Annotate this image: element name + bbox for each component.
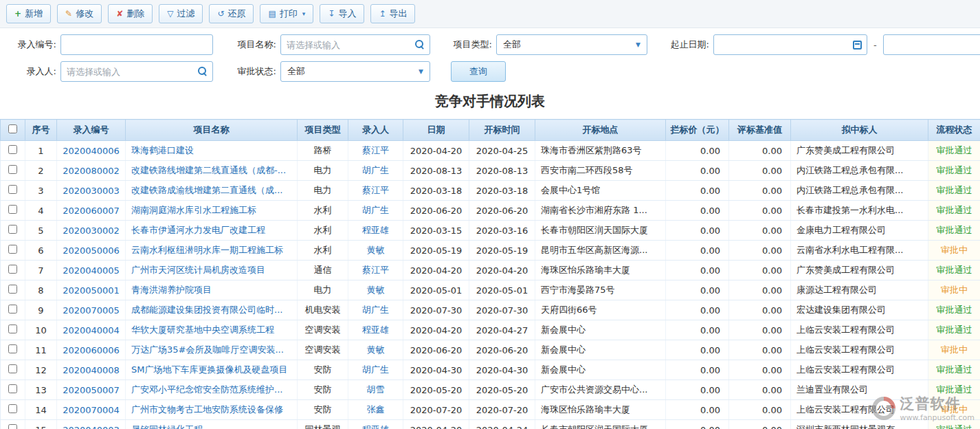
entry-date-cell: 2020-07-20 [403, 400, 469, 420]
row-checkbox[interactable] [8, 265, 17, 274]
entry-person-link-cell[interactable]: 程亚雄 [348, 320, 403, 340]
project-name-link[interactable]: 万达广场35#会所及咖啡厅空调安装... [131, 344, 284, 355]
entry-no-link[interactable]: 2020050001 [63, 285, 120, 296]
entry-no-input[interactable] [61, 35, 212, 54]
entry-no-link[interactable]: 2020060006 [63, 345, 120, 355]
toolbar-button-add[interactable]: +新增 [6, 4, 51, 23]
query-button[interactable]: 查询 [451, 61, 506, 82]
row-checkbox[interactable] [8, 185, 17, 194]
entry-person-input[interactable] [61, 62, 193, 81]
project-name-link[interactable]: 湖南洞庭湖水库引水工程施工标 [131, 205, 256, 215]
row-checkbox[interactable] [8, 384, 17, 393]
table-row: 132020050007广安邓小平纪念馆安全防范系统维护...安防胡雪2020-… [1, 380, 980, 400]
row-checkbox[interactable] [8, 424, 17, 429]
entry-no-link[interactable]: 2020040004 [63, 325, 120, 336]
date-to-input[interactable] [884, 35, 980, 54]
row-checkbox[interactable] [8, 364, 17, 373]
toolbar-button-label: 打印 [280, 8, 298, 20]
row-checkbox[interactable] [8, 225, 17, 234]
ceiling-price-cell: 0.00 [666, 221, 729, 241]
row-checkbox[interactable] [8, 324, 17, 333]
project-name-link[interactable]: 成都能源建设集团投资有限公司临时... [131, 305, 282, 315]
toolbar-button-filter[interactable]: ▽过滤 [159, 4, 203, 23]
entry-person-link-cell[interactable]: 胡广生 [348, 201, 403, 221]
entry-person-link-cell[interactable]: 黄敏 [348, 340, 403, 360]
project-name-search-button[interactable] [410, 35, 430, 54]
row-checkbox[interactable] [8, 344, 17, 353]
toolbar-button-import[interactable]: ↧导入 [320, 4, 364, 23]
base-value-cell: 0.00 [729, 320, 791, 340]
entry-person-link-cell[interactable]: 胡雪 [348, 380, 403, 400]
entry-person-link-cell[interactable]: 程亚雄 [348, 420, 403, 429]
approval-status-select[interactable]: 全部 ▼ [280, 61, 430, 82]
table-body: 12020040006珠海鹤港口建设路桥蔡江平2020-04-202020-04… [1, 141, 980, 429]
entry-no-link[interactable]: 2020050006 [63, 245, 120, 256]
entry-person-link-cell[interactable]: 张鑫 [348, 400, 403, 420]
entry-person-link-cell[interactable]: 蔡江平 [348, 261, 403, 280]
entry-no-link[interactable]: 2020060007 [63, 206, 120, 216]
filter-row-2: 录入人: 审批状态: 全部 ▼ 查询 [0, 61, 980, 82]
entry-person-link-cell[interactable]: 黄敏 [348, 241, 403, 261]
project-name-link[interactable]: 云南水利枢纽潜明水库一期工程施工标 [131, 245, 283, 255]
project-type-value: 全部 [503, 38, 521, 51]
entry-no-link[interactable]: 2020030003 [63, 186, 120, 196]
project-name-link[interactable]: 长春市伊通河水力发电厂改建工程 [131, 225, 265, 235]
entry-no-link[interactable]: 2020050007 [63, 385, 120, 395]
project-name-input[interactable] [281, 35, 410, 54]
entry-person-field [60, 61, 213, 82]
row-checkbox[interactable] [8, 165, 17, 174]
entry-no-link[interactable]: 2020040006 [63, 146, 120, 156]
row-checkbox[interactable] [8, 145, 17, 154]
entry-no-link[interactable]: 2020080002 [63, 166, 120, 176]
row-checkbox[interactable] [8, 245, 17, 254]
entry-person-link-cell[interactable]: 胡广生 [348, 360, 403, 380]
project-name-link[interactable]: 改建铁路成渝线增建第二直通线（成... [131, 185, 282, 195]
project-name-link[interactable]: 广安邓小平纪念馆安全防范系统维护... [131, 384, 282, 395]
toolbar-button-edit[interactable]: ✎修改 [57, 4, 102, 23]
table-row: 152020040003晟铭园林绿化工程园林景观程亚雄2020-04-20202… [1, 420, 980, 429]
row-checkbox[interactable] [8, 404, 17, 413]
entry-no-link[interactable]: 2020030002 [63, 226, 120, 236]
bid-open-place-cell: 西宁市海晏路75号 [535, 280, 666, 300]
proposed-winner-cell: 金康电力工程有限公司 [791, 221, 928, 241]
entry-person-link-cell[interactable]: 程亚雄 [348, 221, 403, 241]
date-from-picker-button[interactable] [847, 35, 867, 54]
project-name-link[interactable]: 广州市文物考古工地安防系统设备保修 [131, 404, 283, 415]
date-from-input[interactable] [714, 35, 847, 54]
entry-person-link-cell[interactable]: 蔡江平 [348, 141, 403, 161]
entry-person-link-cell[interactable]: 胡广生 [348, 300, 403, 320]
row-checkbox-cell [1, 161, 25, 181]
entry-no-link[interactable]: 2020040008 [63, 365, 120, 375]
entry-no-link[interactable]: 2020040005 [63, 265, 120, 276]
project-name-link[interactable]: 珠海鹤港口建设 [131, 145, 194, 155]
page-title: 竞争对手情况列表 [0, 92, 980, 111]
toolbar-button-print[interactable]: ▤打印▾ [260, 4, 313, 23]
entry-person-link-cell[interactable]: 胡广生 [348, 161, 403, 181]
project-type-select[interactable]: 全部 ▼ [496, 34, 647, 55]
project-name-link-cell: 广安邓小平纪念馆安全防范系统维护... [126, 380, 298, 400]
entry-person-search-button[interactable] [193, 62, 212, 81]
entry-no-link[interactable]: 2020070004 [63, 405, 120, 415]
row-checkbox[interactable] [8, 305, 17, 314]
row-checkbox-cell [1, 141, 25, 161]
process-status-cell: 审批通过 [928, 181, 980, 201]
process-status-cell: 审批通过 [928, 221, 980, 241]
entry-no-link[interactable]: 2020040003 [63, 425, 120, 429]
row-checkbox[interactable] [8, 285, 17, 294]
project-name-link[interactable]: 华软大厦研究基地中央空调系统工程 [131, 324, 274, 335]
row-checkbox[interactable] [8, 205, 17, 214]
select-all-checkbox[interactable] [8, 124, 17, 133]
entry-person-link-cell[interactable]: 黄敏 [348, 280, 403, 300]
project-name-link[interactable]: 晟铭园林绿化工程 [131, 424, 203, 429]
toolbar-button-restore[interactable]: ↺还原 [209, 4, 254, 23]
toolbar-button-export[interactable]: ↥导出 [370, 4, 415, 23]
project-name-link[interactable]: SM广场地下车库更换摄像机及硬盘项目 [131, 364, 287, 375]
project-name-link[interactable]: 改建铁路线增建第二线直通线（成都-... [131, 165, 286, 175]
project-name-link[interactable]: 青海洪湖养护院项目 [131, 285, 212, 295]
entry-person-link-cell[interactable]: 蔡江平 [348, 181, 403, 201]
project-name-link[interactable]: 广州市天河区统计局机房改造项目 [131, 265, 265, 275]
toolbar-button-delete[interactable]: ✘删除 [108, 4, 153, 23]
row-number-cell: 8 [25, 280, 57, 300]
entry-no-link[interactable]: 2020070005 [63, 305, 120, 316]
project-name-link-cell: SM广场地下车库更换摄像机及硬盘项目 [126, 360, 298, 380]
